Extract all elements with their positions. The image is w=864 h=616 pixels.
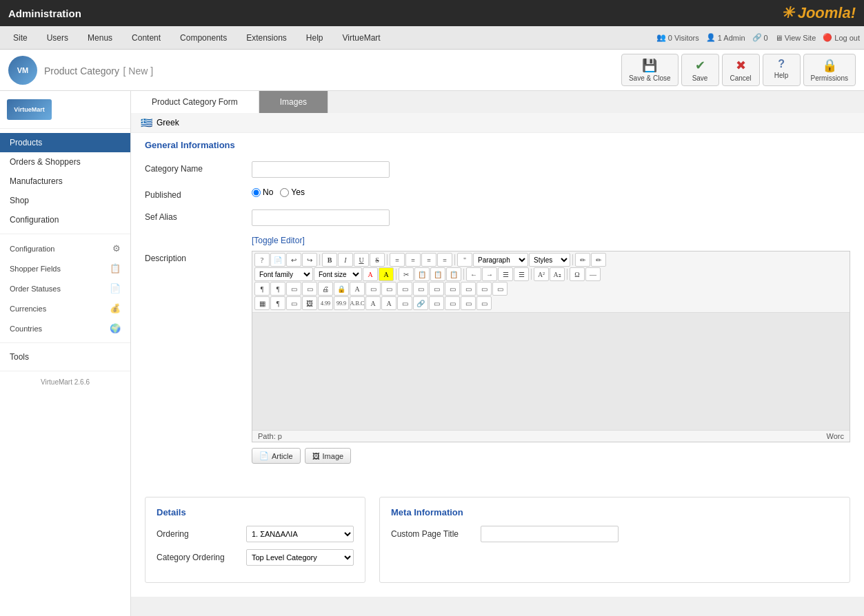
editor-copy-btn[interactable]: 📋 <box>414 267 430 281</box>
category-ordering-select[interactable]: Top Level Category <box>246 549 354 566</box>
editor-font-color-btn[interactable]: A <box>363 267 378 281</box>
editor-box5-btn[interactable]: ▭ <box>397 282 412 296</box>
editor-align-center-btn[interactable]: ≡ <box>405 253 421 267</box>
published-no-radio[interactable] <box>252 188 261 197</box>
tab-product-category-form[interactable]: Product Category Form <box>131 91 259 113</box>
editor-num-btn[interactable]: 99.9 <box>334 296 349 310</box>
font-family-select[interactable]: Font family <box>254 267 313 281</box>
custom-page-title-input[interactable] <box>481 526 619 542</box>
editor-pencil-btn[interactable]: ✏ <box>575 253 590 267</box>
category-name-input[interactable] <box>252 161 390 178</box>
paragraph-select[interactable]: Paragraph <box>473 253 528 267</box>
sidebar-item-order-statuses[interactable]: Order Statuses 📄 <box>0 278 130 298</box>
editor-box3-btn[interactable]: ▭ <box>365 282 381 296</box>
editor-a-btn[interactable]: A <box>350 282 365 296</box>
editor-a2-btn[interactable]: A <box>365 296 381 310</box>
editor-box13-btn[interactable]: ▭ <box>397 296 412 310</box>
editor-strike-btn[interactable]: S <box>370 253 385 267</box>
nav-extensions[interactable]: Extensions <box>237 29 296 47</box>
editor-box16-btn[interactable]: ▭ <box>461 296 476 310</box>
editor-price-btn[interactable]: 4.99 <box>318 296 333 310</box>
editor-box17-btn[interactable]: ▭ <box>476 296 492 310</box>
editor-abc-btn[interactable]: A.B.C <box>350 296 365 310</box>
editor-box7-btn[interactable]: ▭ <box>429 282 444 296</box>
cancel-button[interactable]: ✖ Cancel <box>722 54 760 86</box>
editor-ul-btn[interactable]: ☰ <box>514 267 529 281</box>
editor-italic-btn[interactable]: I <box>338 253 353 267</box>
editor-bold-btn[interactable]: B <box>322 253 337 267</box>
editor-box12-btn[interactable]: ▭ <box>286 296 301 310</box>
help-button[interactable]: ? Help <box>763 54 801 86</box>
sidebar-item-products[interactable]: Products <box>0 133 130 152</box>
nav-menus[interactable]: Menus <box>79 29 121 47</box>
font-size-select[interactable]: Font size <box>314 267 362 281</box>
editor-highlight-btn[interactable]: A <box>379 267 394 281</box>
editor-link-btn[interactable]: 🔗 <box>413 296 428 310</box>
sidebar-item-countries[interactable]: Countries 🌍 <box>0 318 130 338</box>
editor-box15-btn[interactable]: ▭ <box>445 296 460 310</box>
logout-link[interactable]: 🔴 Log out <box>823 33 860 42</box>
editor-pencil2-btn[interactable]: ✏ <box>591 253 606 267</box>
editor-quote-btn[interactable]: " <box>457 253 472 267</box>
editor-box6-btn[interactable]: ▭ <box>413 282 428 296</box>
editor-box2-btn[interactable]: ▭ <box>302 282 317 296</box>
sidebar-item-currencies[interactable]: Currencies 💰 <box>0 298 130 318</box>
editor-align-left-btn[interactable]: ≡ <box>390 253 405 267</box>
permissions-button[interactable]: 🔒 Permissions <box>803 54 856 86</box>
editor-table-btn[interactable]: ▦ <box>254 296 270 310</box>
toggle-editor-link[interactable]: [Toggle Editor] <box>252 236 305 245</box>
save-button[interactable]: ✔ Save <box>681 54 719 86</box>
nav-content[interactable]: Content <box>123 29 170 47</box>
save-close-button[interactable]: 💾 Save & Close <box>621 54 679 86</box>
editor-superscript-btn[interactable]: A² <box>534 267 549 281</box>
editor-print-btn[interactable]: 🖨 <box>318 282 333 296</box>
editor-box8-btn[interactable]: ▭ <box>445 282 460 296</box>
editor-p2-btn[interactable]: ¶ <box>270 282 285 296</box>
editor-box4-btn[interactable]: ▭ <box>381 282 396 296</box>
editor-box10-btn[interactable]: ▭ <box>476 282 492 296</box>
published-yes-radio[interactable] <box>280 188 289 197</box>
editor-redo-btn[interactable]: ↪ <box>302 253 317 267</box>
published-no-label[interactable]: No <box>252 187 273 197</box>
editor-box11-btn[interactable]: ▭ <box>492 282 508 296</box>
published-yes-label[interactable]: Yes <box>280 187 305 197</box>
editor-a3-btn[interactable]: A <box>381 296 396 310</box>
editor-rule-btn[interactable]: — <box>585 267 601 281</box>
editor-p3-btn[interactable]: ¶ <box>270 296 285 310</box>
editor-paste-btn[interactable]: 📋 <box>430 267 445 281</box>
sidebar-item-shopper-fields[interactable]: Shopper Fields 📋 <box>0 258 130 278</box>
editor-subscript-btn[interactable]: A₂ <box>550 267 565 281</box>
tab-images[interactable]: Images <box>259 91 328 113</box>
editor-new-btn[interactable]: 📄 <box>270 253 285 267</box>
sidebar-item-shop[interactable]: Shop <box>0 191 130 210</box>
editor-p-btn[interactable]: ¶ <box>254 282 270 296</box>
sidebar-item-orders-shoppers[interactable]: Orders & Shoppers <box>0 152 130 172</box>
editor-undo-btn[interactable]: ↩ <box>286 253 301 267</box>
editor-body[interactable] <box>252 313 850 430</box>
editor-omega-btn[interactable]: Ω <box>570 267 585 281</box>
nav-components[interactable]: Components <box>171 29 236 47</box>
editor-box14-btn[interactable]: ▭ <box>429 296 444 310</box>
image-insert-button[interactable]: 🖼 Image <box>305 448 352 464</box>
editor-align-justify-btn[interactable]: ≡ <box>437 253 452 267</box>
editor-image-btn[interactable]: 🖼 <box>302 296 317 310</box>
sidebar-item-configuration[interactable]: Configuration <box>0 210 130 229</box>
editor-help-btn[interactable]: ? <box>254 253 270 267</box>
editor-cut-btn[interactable]: ✂ <box>399 267 414 281</box>
nav-users[interactable]: Users <box>38 29 77 47</box>
editor-ol-btn[interactable]: ☰ <box>498 267 513 281</box>
article-button[interactable]: 📄 Article <box>252 448 301 464</box>
editor-indent-btn[interactable]: → <box>482 267 497 281</box>
nav-virtuemart[interactable]: VirtueMart <box>334 29 390 47</box>
ordering-select[interactable]: 1. ΣΑΝΔΑΛΙΑ <box>246 526 354 542</box>
sidebar-item-manufacturers[interactable]: Manufacturers <box>0 172 130 191</box>
editor-box9-btn[interactable]: ▭ <box>461 282 476 296</box>
editor-lock-btn[interactable]: 🔒 <box>334 282 349 296</box>
styles-select[interactable]: Styles <box>529 253 570 267</box>
view-site-link[interactable]: 🖥 View Site <box>775 34 816 42</box>
nav-help[interactable]: Help <box>297 29 332 47</box>
editor-underline-btn[interactable]: U <box>354 253 369 267</box>
editor-align-right-btn[interactable]: ≡ <box>421 253 436 267</box>
sef-alias-input[interactable] <box>252 209 390 226</box>
sidebar-item-configuration-sub[interactable]: Configuration ⚙ <box>0 238 130 258</box>
